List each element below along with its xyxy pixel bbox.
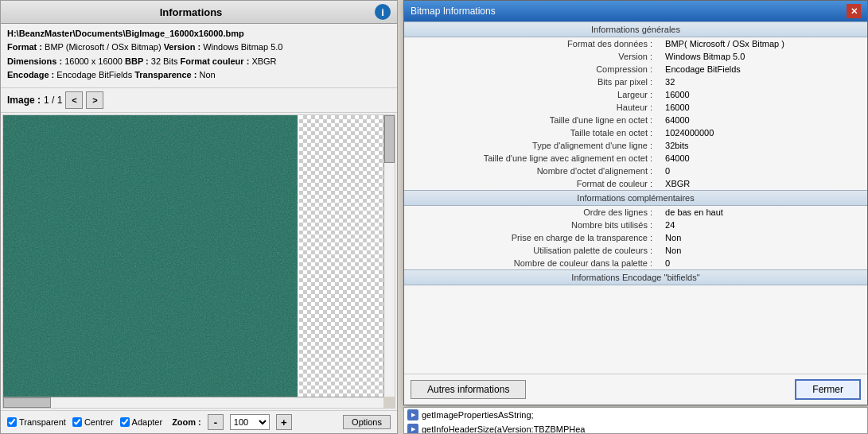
- zoom-minus-button[interactable]: -: [208, 414, 224, 430]
- checkerboard: [299, 115, 395, 408]
- options-button[interactable]: Options: [343, 415, 391, 429]
- row-value: 24: [659, 219, 867, 231]
- section-generales-header: Informations générales: [404, 21, 867, 37]
- dialog-close-button[interactable]: ✕: [847, 4, 861, 18]
- row-key: Format de couleur :: [404, 177, 659, 190]
- image-label: Image :: [7, 95, 41, 106]
- row-value: 64000: [659, 114, 867, 126]
- row-value: Encodage BitFields: [659, 63, 867, 76]
- transparent-checkbox-item: Transparent: [7, 417, 66, 427]
- left-panel: Informations i H:\BeanzMaster\Documents\…: [0, 0, 398, 434]
- transparent-checkbox[interactable]: [7, 417, 17, 427]
- row-value: BMP( Microsoft / OSx Bitmap ): [659, 37, 867, 50]
- row-value: 0: [659, 257, 867, 269]
- image-nav: Image : 1 / 1 < >: [1, 88, 397, 113]
- scrollbar-vertical[interactable]: [383, 115, 395, 397]
- next-button[interactable]: >: [86, 91, 103, 109]
- row-key: Prise en charge de la transparence :: [404, 231, 659, 244]
- image-preview: [3, 115, 298, 408]
- row-value: XBGR: [659, 177, 867, 190]
- scrollbar-thumb-vertical[interactable]: [384, 115, 395, 163]
- file-details: Format : BMP (Microsoft / OSx Bitmap) Ve…: [7, 41, 391, 83]
- centrer-checkbox[interactable]: [72, 417, 82, 427]
- table-row: Nombre bits utilisés :24: [404, 219, 867, 231]
- row-key: Compression :: [404, 63, 659, 76]
- section-encodage-header: Informations Encodage "bitfields": [404, 269, 867, 285]
- dialog-title: Bitmap Informations: [411, 6, 496, 17]
- adapter-checkbox-item: Adapter: [120, 417, 163, 427]
- table-row: Bits par pixel :32: [404, 76, 867, 88]
- zoom-label: Zoom :: [172, 417, 201, 427]
- tree-label-2: getInfoHeaderSize(aVersion:TBZBMPHea: [422, 424, 585, 434]
- encodage-label: Encodage :: [7, 70, 54, 79]
- row-value: de bas en haut: [659, 206, 867, 219]
- table-row: Taille d'une ligne avec alignement en oc…: [404, 152, 867, 165]
- centrer-checkbox-item: Centrer: [72, 417, 114, 427]
- autres-informations-button[interactable]: Autres informations: [411, 380, 526, 399]
- table-row: Ordre des lignes :de bas en haut: [404, 206, 867, 219]
- table-row: Hauteur :16000: [404, 101, 867, 114]
- row-value: Windows Bitmap 5.0: [659, 50, 867, 63]
- row-key: Hauteur :: [404, 101, 659, 114]
- section-complementaires-header: Informations complémentaires: [404, 190, 867, 206]
- zoom-select[interactable]: 100: [230, 414, 270, 430]
- row-key: Utilisation palette de couleurs :: [404, 244, 659, 257]
- table-row: Version :Windows Bitmap 5.0: [404, 50, 867, 63]
- table-row: Type d'alignement d'une ligne :32bits: [404, 139, 867, 152]
- scrollbar-thumb-horizontal[interactable]: [3, 397, 51, 408]
- dimensions-value: 16000 x 16000: [64, 56, 123, 66]
- file-path: H:\BeanzMaster\Documents\BigImage_16000x…: [7, 29, 391, 38]
- tree-item-2[interactable]: getInfoHeaderSize(aVersion:TBZBMPHea: [404, 422, 867, 434]
- table-row: Nombre d'octet d'alignement :0: [404, 165, 867, 177]
- prev-button[interactable]: <: [65, 91, 83, 109]
- complementaires-table: Ordre des lignes :de bas en hautNombre b…: [404, 206, 867, 269]
- table-row: Taille d'une ligne en octet :64000: [404, 114, 867, 126]
- row-value: 32: [659, 76, 867, 88]
- format-label: Format :: [7, 42, 42, 52]
- info-header: Informations i: [1, 1, 397, 24]
- format-couleur-label: Format couleur :: [181, 56, 250, 66]
- table-row: Compression :Encodage BitFields: [404, 63, 867, 76]
- zoom-plus-button[interactable]: +: [276, 414, 292, 430]
- table-row: Nombre de couleur dans la palette :0: [404, 257, 867, 269]
- bitmap-dialog: Bitmap Informations ✕ Informations génér…: [403, 0, 868, 405]
- row-key: Nombre d'octet d'alignement :: [404, 165, 659, 177]
- table-row: Largeur :16000: [404, 88, 867, 101]
- adapter-label: Adapter: [132, 417, 163, 427]
- tree-icon-1: [407, 409, 418, 420]
- row-value: 16000: [659, 101, 867, 114]
- generales-table: Format des données :BMP( Microsoft / OSx…: [404, 37, 867, 190]
- table-row: Format de couleur :XBGR: [404, 177, 867, 190]
- dialog-titlebar: Bitmap Informations ✕: [404, 1, 867, 21]
- info-icon[interactable]: i: [375, 4, 391, 20]
- format-couleur-value: XBGR: [251, 56, 276, 66]
- format-value: BMP (Microsoft / OSx Bitmap): [45, 42, 162, 52]
- tree-item-1[interactable]: getImagePropertiesAsString;: [404, 408, 867, 422]
- adapter-checkbox[interactable]: [120, 417, 130, 427]
- row-value: 0: [659, 165, 867, 177]
- scrollbar-horizontal[interactable]: [3, 397, 383, 408]
- tree-label-1: getImagePropertiesAsString;: [422, 410, 534, 420]
- centrer-label: Centrer: [84, 417, 114, 427]
- transparent-label: Transparent: [19, 417, 66, 427]
- dialog-content: Informations générales Format des donnée…: [404, 21, 867, 374]
- dimensions-label: Dimensions :: [7, 56, 62, 66]
- image-value: 1 / 1: [44, 95, 62, 106]
- fermer-button[interactable]: Fermer: [795, 379, 861, 400]
- table-row: Taille totale en octet :1024000000: [404, 126, 867, 139]
- row-value: 64000: [659, 152, 867, 165]
- row-key: Ordre des lignes :: [404, 206, 659, 219]
- row-value: 16000: [659, 88, 867, 101]
- row-value: Non: [659, 244, 867, 257]
- bbp-value: 32 Bits: [151, 56, 178, 66]
- file-info: H:\BeanzMaster\Documents\BigImage_16000x…: [1, 24, 397, 88]
- info-header-title: Informations: [7, 6, 375, 18]
- bbp-label: BBP :: [125, 56, 149, 66]
- bottom-toolbar: Transparent Centrer Adapter Zoom : - 100…: [1, 410, 397, 433]
- tree-icon-2: [407, 424, 418, 434]
- transparence-label: Transparence :: [134, 70, 197, 79]
- row-value: 32bits: [659, 139, 867, 152]
- row-key: Taille d'une ligne en octet :: [404, 114, 659, 126]
- version-label: Version :: [164, 42, 200, 52]
- row-key: Largeur :: [404, 88, 659, 101]
